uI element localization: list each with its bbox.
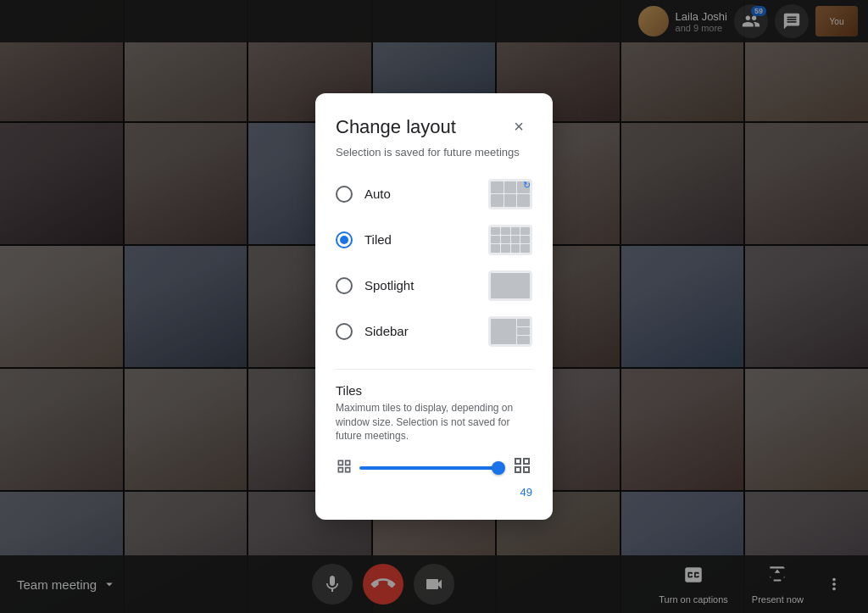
close-button[interactable]: × [505, 114, 532, 141]
tiles-section: Tiles Maximum tiles to display, dependin… [336, 369, 532, 499]
dialog-header: Change layout × [336, 114, 532, 141]
layout-label-auto: Auto [364, 187, 391, 201]
layout-label-spotlight: Spotlight [364, 278, 414, 293]
radio-spotlight [336, 277, 353, 294]
radio-tiled [336, 231, 353, 248]
grid-large-icon [512, 455, 532, 481]
tiles-value: 49 [520, 486, 532, 499]
tiles-description: Maximum tiles to display, depending on w… [336, 401, 532, 443]
layout-preview-sidebar [488, 316, 532, 347]
radio-sidebar [336, 323, 353, 340]
layout-option-auto[interactable]: Auto ↻ [336, 174, 532, 215]
layout-option-spotlight[interactable]: Spotlight [336, 265, 532, 306]
change-layout-dialog: Change layout × Selection is saved for f… [315, 93, 553, 520]
modal-overlay: Change layout × Selection is saved for f… [0, 0, 868, 613]
dialog-title: Change layout [336, 116, 456, 138]
layout-options: Auto ↻ [336, 174, 532, 352]
layout-option-tiled[interactable]: Tiled [336, 220, 532, 260]
layout-label-tiled: Tiled [364, 232, 392, 247]
tiles-slider-row [336, 455, 532, 481]
grid-small-icon [336, 458, 353, 479]
radio-auto [336, 186, 353, 203]
tiles-title: Tiles [336, 383, 532, 398]
layout-preview-spotlight [488, 270, 532, 301]
layout-label-sidebar: Sidebar [364, 324, 409, 338]
layout-preview-tiled [488, 225, 532, 255]
dialog-subtitle: Selection is saved for future meetings [336, 146, 532, 159]
layout-option-sidebar[interactable]: Sidebar [336, 311, 532, 352]
tiles-slider[interactable] [359, 460, 505, 476]
layout-preview-auto: ↻ [488, 179, 532, 209]
